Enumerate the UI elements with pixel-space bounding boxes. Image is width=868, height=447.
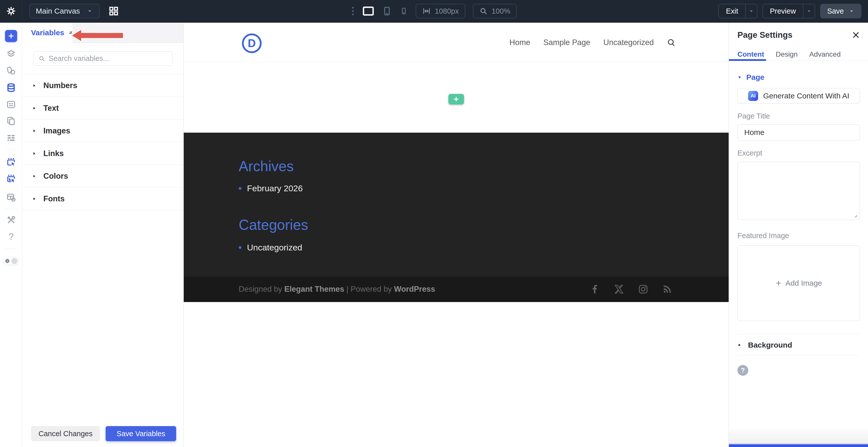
nav-item-uncategorized[interactable]: Uncategorized <box>603 38 654 47</box>
accordion-section-colors[interactable]: Colors <box>22 165 184 187</box>
canvas-width-control[interactable]: 1080px <box>415 4 465 19</box>
sidebar-widgets-section: Archives February 2026 Categories Uncate… <box>184 133 728 276</box>
tablet-view-icon[interactable] <box>382 5 392 16</box>
tab-design[interactable]: Design <box>776 50 798 58</box>
phone-view-icon[interactable] <box>400 6 408 16</box>
rail-item-copy-styles[interactable] <box>0 116 22 126</box>
list-bullet <box>239 246 242 249</box>
nav-item-home[interactable]: Home <box>509 38 530 47</box>
close-panel-button[interactable] <box>852 31 860 39</box>
add-section-button[interactable] <box>448 94 464 104</box>
accordion-section-label: Images <box>43 126 70 135</box>
page-settings-title: Page Settings <box>738 30 793 40</box>
accordion-section-text[interactable]: Text <box>22 97 184 119</box>
chevron-down-icon <box>849 8 855 14</box>
accordion-section-links[interactable]: Links <box>22 142 184 165</box>
elegant-themes-link[interactable]: Elegant Themes <box>284 285 344 294</box>
wordpress-link[interactable]: WordPress <box>394 285 435 294</box>
resize-grip-icon[interactable] <box>855 215 858 218</box>
plus-icon <box>7 32 14 39</box>
categories-item-link[interactable]: Uncategorized <box>239 243 728 252</box>
rail-item-layers[interactable] <box>0 49 22 59</box>
plus-icon <box>775 280 782 286</box>
page-settings-header: Page Settings <box>738 23 860 40</box>
toolbar-right-group: Exit Preview Save <box>718 4 868 19</box>
canvas-zoom-control[interactable]: 100% <box>473 4 517 19</box>
tab-content[interactable]: Content <box>738 50 764 58</box>
grid-icon <box>108 6 119 16</box>
rail-item-wireframe[interactable] <box>0 133 22 143</box>
excerpt-textarea[interactable] <box>738 162 860 220</box>
page-section-title: Page <box>746 73 765 81</box>
rss-icon[interactable] <box>662 284 672 294</box>
page-section-toggle[interactable]: Page <box>738 73 860 81</box>
save-variables-button[interactable]: Save Variables <box>105 426 176 441</box>
help-button[interactable]: ? <box>738 365 748 376</box>
generate-content-ai-button[interactable]: AI Generate Content With AI <box>738 88 860 103</box>
preview-button[interactable]: Preview <box>763 4 803 18</box>
archives-item-link[interactable]: February 2026 <box>239 183 728 193</box>
kebab-icon[interactable] <box>351 6 354 16</box>
chevron-down-icon <box>806 8 812 14</box>
rail-item-help[interactable]: ? <box>0 232 22 242</box>
background-section-toggle[interactable]: Background <box>738 334 860 356</box>
canvas-selector-value: Main Canvas <box>36 7 80 15</box>
facebook-icon[interactable] <box>590 284 600 294</box>
builder-canvas: D Home Sample Page Uncategorized Archive… <box>184 23 728 447</box>
preview-dropdown-button[interactable] <box>803 4 814 18</box>
archives-item-label: February 2026 <box>247 183 303 193</box>
caret-right-icon <box>32 151 36 156</box>
search-icon[interactable] <box>667 38 676 47</box>
save-button[interactable]: Save <box>820 4 862 19</box>
rail-item-developer-tools[interactable] <box>0 215 22 225</box>
rail-item-interaction-edit[interactable] <box>0 174 22 184</box>
instagram-icon[interactable] <box>638 284 648 294</box>
exit-dropdown-button[interactable] <box>745 4 757 18</box>
tab-advanced[interactable]: Advanced <box>809 50 841 58</box>
accordion-section-numbers[interactable]: Numbers <box>22 74 184 97</box>
featured-image-label: Featured Image <box>738 232 860 240</box>
add-module-button[interactable] <box>5 30 17 42</box>
accordion-section-images[interactable]: Images <box>22 119 184 142</box>
rail-item-keyboard-shortcuts[interactable] <box>0 99 22 109</box>
site-logo[interactable]: D <box>242 33 261 53</box>
canvas-selector-dropdown[interactable]: Main Canvas <box>29 4 99 19</box>
canvas-zoom-value: 100% <box>492 7 510 15</box>
page-settings-panel: Page Settings Content Design Advanced Pa… <box>728 23 868 447</box>
exit-button[interactable]: Exit <box>719 4 745 18</box>
copy-icon <box>6 116 16 126</box>
footer-text: | Powered by <box>344 285 394 294</box>
shapes-icon <box>6 66 16 76</box>
tabbar-background <box>72 23 184 43</box>
desktop-view-icon[interactable] <box>362 6 374 16</box>
tab-variables[interactable]: Variables <box>22 23 72 43</box>
toolbar-center-group: 1080px 100% <box>351 0 517 22</box>
builder-settings-button[interactable] <box>0 0 22 22</box>
accordion-section-label: Text <box>43 104 59 113</box>
rail-item-page-settings[interactable] <box>0 192 22 202</box>
page-settings-tabs: Content Design Advanced <box>738 50 860 58</box>
rail-item-variables[interactable] <box>0 83 22 93</box>
database-icon <box>6 83 16 93</box>
x-icon[interactable] <box>614 284 624 294</box>
rail-item-interaction-select[interactable] <box>0 157 22 167</box>
accordion-section-fonts[interactable]: Fonts <box>22 187 184 210</box>
caret-right-icon <box>32 106 36 110</box>
search-input[interactable] <box>49 55 167 63</box>
nav-item-sample-page[interactable]: Sample Page <box>544 38 590 47</box>
rail-item-design-presets[interactable] <box>0 66 22 76</box>
add-image-dropzone[interactable]: Add Image <box>738 245 860 321</box>
panel-bottom-bar[interactable] <box>729 444 868 447</box>
active-tab-indicator <box>729 59 766 61</box>
builder-mode-toggle[interactable] <box>3 257 19 265</box>
social-links <box>590 284 672 294</box>
caret-right-icon <box>32 83 36 88</box>
rail-divider <box>5 249 17 249</box>
canvas-grid-view-button[interactable] <box>108 6 119 16</box>
variables-panel: Variables Numbers Text Images <box>22 23 184 447</box>
cancel-changes-button[interactable]: Cancel Changes <box>31 426 100 441</box>
variables-search[interactable] <box>33 51 173 66</box>
page-title-input[interactable] <box>738 124 860 140</box>
add-image-label: Add Image <box>785 279 822 287</box>
search-icon <box>38 55 45 62</box>
